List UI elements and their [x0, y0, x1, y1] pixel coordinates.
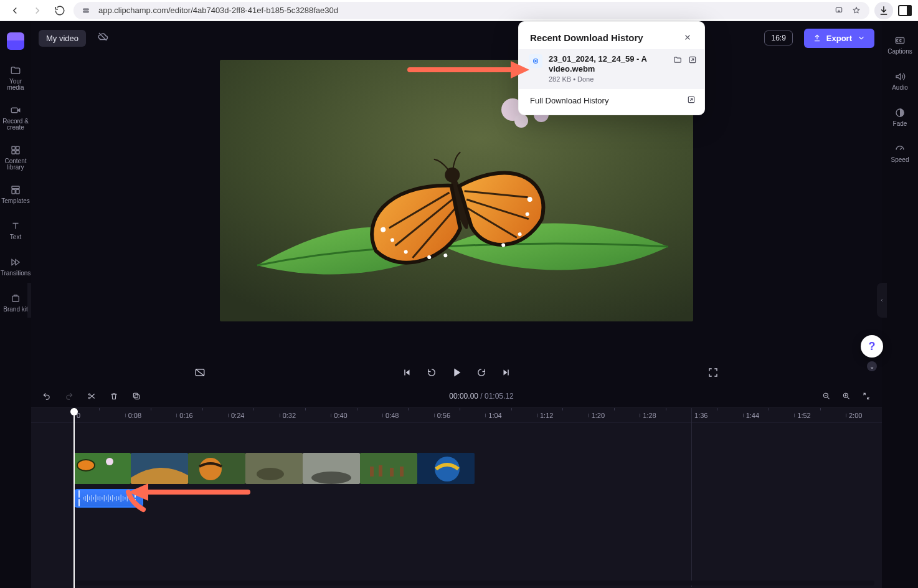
timeline[interactable]: 00:080:160:240:320:400:480:561:041:121:2… [31, 407, 882, 588]
fullscreen-icon[interactable] [706, 366, 720, 379]
timeline-ruler[interactable]: 00:080:160:240:320:400:480:561:041:121:2… [31, 408, 882, 423]
svg-rect-51 [360, 453, 417, 484]
audio-clip[interactable] [73, 489, 143, 508]
ruler-tick: 0:16 [176, 408, 192, 423]
sidebar-item-label: Content library [1, 158, 30, 171]
svg-point-35 [88, 394, 90, 395]
clip-thumbnail[interactable] [131, 453, 188, 484]
download-size: 282 KB [549, 75, 571, 83]
sidebar-item-captions[interactable]: Captions [882, 32, 918, 60]
sidebar-item-label: Speed [891, 157, 909, 163]
clip-thumbnail[interactable] [360, 453, 417, 484]
ruler-tick: 1:04 [485, 408, 501, 423]
right-panel-expand-icon[interactable] [877, 283, 887, 318]
skip-next-icon[interactable] [499, 366, 513, 379]
clipchamp-logo-icon[interactable] [7, 32, 24, 50]
playhead[interactable] [73, 408, 75, 588]
zoom-in-button[interactable] [840, 389, 853, 403]
sidebar-item-label: Transitions [1, 270, 31, 277]
download-filename-line1: 23_01_2024, 12_24_59 - A [549, 54, 647, 64]
export-button[interactable]: Export [804, 29, 874, 48]
ruler-label: 0:16 [179, 412, 192, 419]
clip-thumbnail[interactable] [188, 453, 245, 484]
downloads-button[interactable] [874, 2, 893, 19]
close-icon[interactable] [681, 31, 694, 44]
svg-point-36 [88, 397, 90, 399]
ruler-tick: 0:56 [434, 408, 450, 423]
duplicate-button[interactable] [130, 389, 143, 403]
svg-rect-14 [12, 186, 19, 189]
sidebar-item-label: Captions [887, 49, 912, 55]
audio-waveform [82, 493, 135, 503]
fit-timeline-button[interactable] [859, 389, 873, 403]
svg-rect-53 [379, 465, 382, 477]
svg-rect-11 [16, 146, 19, 149]
sidebar-item-templates[interactable]: Templates [0, 182, 31, 209]
full-download-history-link[interactable]: Full Download History [519, 89, 704, 115]
delete-button[interactable] [107, 389, 121, 403]
video-title[interactable]: My video [39, 30, 86, 47]
picture-off-icon[interactable] [193, 366, 207, 379]
aspect-ratio-dropdown[interactable]: 16:9 [764, 31, 792, 45]
sidebar-item-text[interactable]: Text [0, 218, 31, 245]
show-in-folder-icon[interactable] [673, 55, 682, 67]
help-fab[interactable] [861, 335, 883, 358]
open-external-icon[interactable] [687, 95, 696, 106]
export-label: Export [826, 34, 852, 43]
svg-rect-52 [370, 467, 374, 477]
downloads-title: Recent Download History [530, 32, 643, 43]
ruler-minor-tick [151, 408, 151, 423]
ruler-minor-tick [357, 408, 357, 423]
open-external-icon[interactable] [688, 55, 697, 67]
cloud-off-icon[interactable] [97, 31, 108, 45]
svg-rect-17 [12, 296, 19, 301]
nav-forward-button[interactable] [29, 2, 46, 19]
nav-back-button[interactable] [6, 2, 24, 19]
ruler-minor-tick [562, 408, 563, 423]
redo-button[interactable] [62, 389, 76, 403]
sidebar-item-transitions[interactable]: Transitions [0, 254, 31, 282]
full-download-history-label: Full Download History [530, 96, 608, 105]
reload-button[interactable] [51, 2, 69, 19]
video-track[interactable] [73, 453, 882, 484]
rewind-5-icon[interactable] [425, 366, 438, 379]
clip-thumbnail[interactable] [73, 453, 131, 484]
clip-thumbnail[interactable] [303, 453, 360, 484]
help-caret-icon[interactable]: ⌄ [867, 361, 877, 371]
sidebar-item-content-library[interactable]: Content library [0, 142, 31, 173]
download-item[interactable]: 23_01_2024, 12_24_59 - A video.webm 282 … [519, 49, 704, 89]
sidebar-item-audio[interactable]: Audio [882, 69, 918, 96]
sidebar-item-fade[interactable]: Fade [882, 105, 918, 132]
zoom-out-button[interactable] [820, 389, 833, 403]
side-panel-toggle[interactable] [898, 5, 912, 16]
ruler-label: 1:12 [540, 412, 553, 419]
svg-rect-12 [12, 151, 15, 154]
play-button[interactable] [450, 366, 463, 379]
svg-rect-38 [133, 393, 138, 397]
player-controls [31, 360, 882, 385]
site-info-icon[interactable] [80, 4, 92, 17]
skip-prev-icon[interactable] [400, 366, 414, 379]
ruler-tick: 1:28 [640, 408, 656, 423]
left-sidebar: Your media Record & create Content libra… [0, 21, 31, 588]
ruler-tick: 1:36 [691, 408, 707, 423]
undo-button[interactable] [40, 389, 54, 403]
ruler-minor-tick [614, 408, 615, 423]
sidebar-item-brand-kit[interactable]: Brand kit [0, 290, 31, 318]
clip-thumbnail[interactable] [417, 453, 475, 484]
ruler-label: 1:36 [694, 412, 707, 419]
sidebar-item-record[interactable]: Record & create [0, 102, 31, 133]
ruler-minor-tick [253, 408, 254, 423]
install-app-icon[interactable] [832, 4, 846, 17]
ruler-minor-tick [202, 408, 203, 423]
clip-handle-right[interactable] [135, 490, 138, 506]
svg-rect-1 [83, 11, 88, 12]
sidebar-item-speed[interactable]: Speed [882, 141, 918, 168]
split-button[interactable] [85, 389, 98, 403]
sidebar-item-your-media[interactable]: Your media [0, 62, 31, 93]
bookmark-star-icon[interactable] [849, 4, 863, 17]
address-bar[interactable] [73, 2, 869, 19]
url-input[interactable] [97, 5, 827, 16]
forward-5-icon[interactable] [475, 366, 488, 379]
clip-thumbnail[interactable] [245, 453, 303, 484]
